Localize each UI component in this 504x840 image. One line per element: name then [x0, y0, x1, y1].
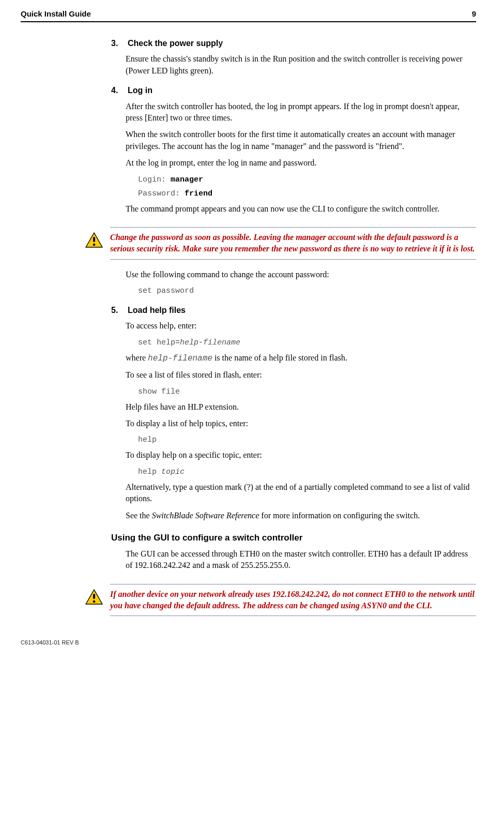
step-title: Load help files [128, 306, 186, 314]
svg-rect-1 [93, 237, 95, 242]
step-4-p1: After the switch controller has booted, … [126, 101, 476, 124]
cmd-text: help [138, 468, 161, 476]
step-5-p6: To display help on a specific topic, ent… [126, 449, 476, 461]
step-4-p4: The command prompt appears and you can n… [126, 203, 476, 215]
post-warn-p1: Use the following command to change the … [126, 269, 476, 280]
step-title: Log in [128, 86, 152, 95]
inline-code: help-filename [148, 354, 212, 363]
login-value: manager [171, 175, 203, 184]
svg-point-5 [93, 600, 96, 603]
svg-point-2 [93, 244, 96, 246]
gui-heading: Using the GUI to configure a switch cont… [111, 532, 476, 544]
warning-1-text: Change the password as soon as possible.… [110, 227, 476, 260]
step-5-p1: To access help, enter: [126, 320, 476, 332]
step-number: 3. [111, 38, 126, 49]
step-title: Check the power supply [128, 39, 223, 48]
footer-doc-id: C613-04031-01 REV B [21, 639, 476, 647]
step-3-body: Ensure the chassis's standby switch is i… [126, 53, 476, 77]
password-value: friend [185, 189, 212, 198]
gui-p1: The GUI can be accessed through ETH0 on … [126, 548, 476, 572]
step-number: 5. [111, 305, 126, 316]
step-5-p7: Alternatively, type a question mark (?) … [126, 482, 476, 505]
password-label: Password: [138, 189, 185, 198]
text: where [126, 353, 148, 362]
password-code: Password: friend [138, 188, 476, 199]
step-5-p2: where help-filename is the name of a hel… [126, 352, 476, 364]
cmd-placeholder: help-filename [180, 338, 240, 347]
warning-icon [85, 232, 103, 251]
text: See the [126, 511, 152, 520]
header-page-number: 9 [472, 8, 476, 19]
step-5-p5: To display a list of help topics, enter: [126, 418, 476, 429]
warning-1: Change the password as soon as possible.… [85, 227, 476, 260]
step-5-p4: Help files have an HLP extension. [126, 401, 476, 413]
doc-reference: SwitchBlade Software Reference [152, 511, 259, 520]
cmd-help: help [138, 434, 476, 445]
cmd-text: set help= [138, 338, 180, 347]
step-5-p3: To see a list of files stored in flash, … [126, 369, 476, 381]
cmd-set-help: set help=help-filename [138, 337, 476, 348]
login-code: Login: manager [138, 174, 476, 185]
text: is the name of a help file stored in fla… [212, 353, 347, 362]
cmd-help-topic: help topic [138, 467, 476, 477]
cmd-placeholder: topic [161, 468, 185, 476]
step-4-p2: When the switch controller boots for the… [126, 129, 476, 152]
page-header: Quick Install Guide 9 [21, 8, 476, 22]
step-4: 4. Log in [111, 85, 476, 96]
warning-icon [85, 589, 103, 608]
step-4-p3: At the log in prompt, enter the log in n… [126, 157, 476, 169]
warning-2-text: If another device on your network alread… [110, 584, 476, 617]
cmd-show-file: show file [138, 386, 476, 397]
step-3: 3. Check the power supply [111, 38, 476, 49]
login-label: Login: [138, 175, 171, 184]
cmd-set-password: set password [138, 286, 476, 296]
svg-rect-4 [93, 594, 95, 599]
header-title: Quick Install Guide [21, 8, 91, 19]
step-number: 4. [111, 85, 126, 96]
warning-2: If another device on your network alread… [85, 584, 476, 617]
step-5-p8: See the SwitchBlade Software Reference f… [126, 510, 476, 521]
text: for more information on configuring the … [259, 511, 420, 520]
step-5: 5. Load help files [111, 305, 476, 316]
